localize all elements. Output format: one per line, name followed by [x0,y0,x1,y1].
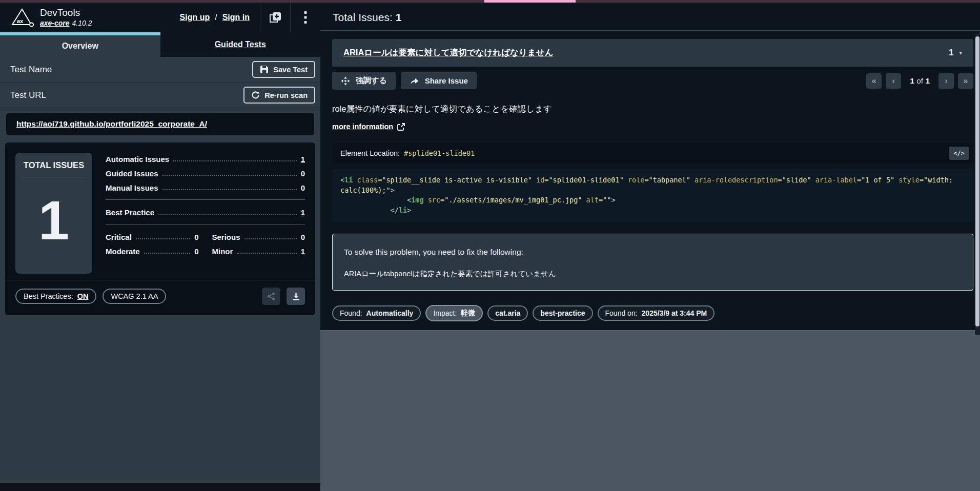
sign-in-link[interactable]: Sign in [222,13,250,22]
code-view-toggle-button[interactable]: </> [949,147,969,160]
code-token [340,196,407,204]
chevron-down-icon: ▾ [959,50,962,56]
issue-header: ARIAロールは要素に対して適切でなければなりません 1 ▾ [332,39,973,67]
axe-logo-icon: ax [10,7,34,28]
issue-detail-area: ARIAロールは要素に対して適切でなければなりません 1 ▾ 強調する [320,31,980,321]
summary-row-label: Minor [212,247,233,256]
solution-detail: ARIAロールtabpanelは指定された要素では許可されていません [344,269,962,279]
pagination-prev-button[interactable]: ‹ [886,73,901,89]
summary-row-value: 0 [194,247,198,256]
sign-up-link[interactable]: Sign up [180,13,210,22]
list-divider [106,199,305,200]
summary-rows: Automatic Issues1Guided Issues0Manual Is… [106,155,305,192]
element-source-code: <li class="splide__slide is-active is-vi… [332,169,973,222]
code-token: src [428,196,440,204]
highlight-button-label: 強調する [356,76,387,86]
tab-bar: Overview Guided Tests [0,32,320,57]
rerun-scan-button[interactable]: Re-run scan [243,87,315,104]
severity-grid: Critical0Serious0Moderate0Minor1 [106,233,305,261]
issue-description: role属性の値が要素に対して適切であることを確認します [332,104,973,115]
auth-separator: / [215,13,217,22]
share-nodes-icon [267,292,276,301]
svg-text:ax: ax [17,18,24,24]
summary-row-value: 0 [301,169,305,178]
scrollbar[interactable] [975,33,980,335]
summary-row: Best Practice1 [106,208,305,217]
issue-count-dropdown[interactable]: 1 ▾ [949,48,962,58]
sidebar-body: Test Name Save Test Test URL [0,57,320,491]
issue-count-value: 1 [949,48,953,58]
summary-row-label: Guided Issues [106,169,158,178]
kebab-menu-icon [303,11,308,24]
summary-top: TOTAL ISSUES 1 Automatic Issues1Guided I… [15,153,305,274]
summary-row-value: 0 [301,183,305,192]
download-icon [292,292,300,301]
summary-row: Moderate0 [106,247,199,256]
rerun-scan-label: Re-run scan [264,91,308,99]
scrollbar-thumb[interactable] [975,36,979,326]
code-token: ="./assets/images/mv_img01_pc.jpg" [440,196,582,204]
code-token: role [628,176,645,184]
app-header: ax DevTools axe-core4.10.2 Sign up / Sig… [0,3,320,32]
code-token: aria-roledescription [695,176,778,184]
dotted-leader [158,214,297,215]
issue-title-link[interactable]: ARIAロールは要素に対して適切でなければなりません [343,47,554,58]
pagination-first-button[interactable]: « [866,73,882,89]
code-token [811,176,815,184]
auth-links: Sign up / Sign in [180,13,260,22]
new-window-button[interactable] [260,3,290,32]
best-practices-toggle-value[interactable]: ON [77,292,89,300]
test-url-label: Test URL [10,90,46,100]
issue-meta-badges: Found:AutomaticallyImpact:軽微cat.ariabest… [332,305,973,321]
more-information-link[interactable]: more information [332,122,405,131]
refresh-icon [251,91,260,99]
tab-guided-tests[interactable]: Guided Tests [160,32,321,57]
pagination-last-button[interactable]: » [958,73,973,89]
issue-badge: cat.aria [487,305,528,321]
total-issues-card-label: TOTAL ISSUES [24,160,84,170]
highlight-button[interactable]: 強調する [332,72,396,90]
code-token: ="" [599,196,611,204]
best-practices-toggle[interactable]: Best Practices: ON [15,289,96,304]
best-practice-row: Best Practice1 [106,208,305,217]
pagination-next-button[interactable]: › [938,73,954,89]
code-token: style [899,176,920,184]
pagination-of-label: of [916,76,923,85]
dotted-leader [237,253,296,254]
wcag-standard-badge: WCAG 2.1 AA [103,289,166,304]
summary-row: Automatic Issues1 [106,155,305,163]
code-token: > [391,186,395,194]
tab-overview[interactable]: Overview [0,32,160,57]
pagination-current: 1 [910,76,914,85]
summary-row-label: Best Practice [106,208,154,217]
summary-row-value[interactable]: 1 [301,155,305,163]
share-issue-button[interactable]: Share Issue [401,72,477,89]
best-practices-toggle-label: Best Practices: [24,292,73,300]
summary-row: Serious0 [212,233,305,241]
summary-row: Critical0 [106,233,199,241]
code-token: id [536,176,544,184]
code-token: < [407,196,411,204]
results-empty-area [320,331,980,491]
issue-badge-value: 軽微 [461,309,475,318]
share-results-button[interactable] [262,288,280,305]
save-test-button[interactable]: Save Test [252,61,315,78]
issue-badge-label: Impact: [433,309,457,317]
overflow-menu-button[interactable] [291,3,320,32]
summary-row-label: Automatic Issues [106,155,169,163]
summary-row-value[interactable]: 1 [301,247,305,256]
code-token: > [407,206,411,214]
axe-core-link[interactable]: axe-core [40,19,70,27]
dotted-leader [144,253,190,254]
download-results-button[interactable] [287,288,305,305]
dotted-leader [162,175,297,176]
code-token [340,206,391,214]
test-name-row: Test Name Save Test [0,57,320,83]
summary-row-value[interactable]: 1 [301,208,305,217]
test-url-row: Test URL Re-run scan [0,83,320,108]
summary-row: Minor1 [212,247,305,256]
test-url-link[interactable]: https://aoi719.github.io/portforli2025_c… [16,119,207,128]
issue-badge-value: Automatically [366,309,414,317]
results-header: Total Issues:1 [320,3,980,31]
summary-row-value: 0 [194,233,198,241]
